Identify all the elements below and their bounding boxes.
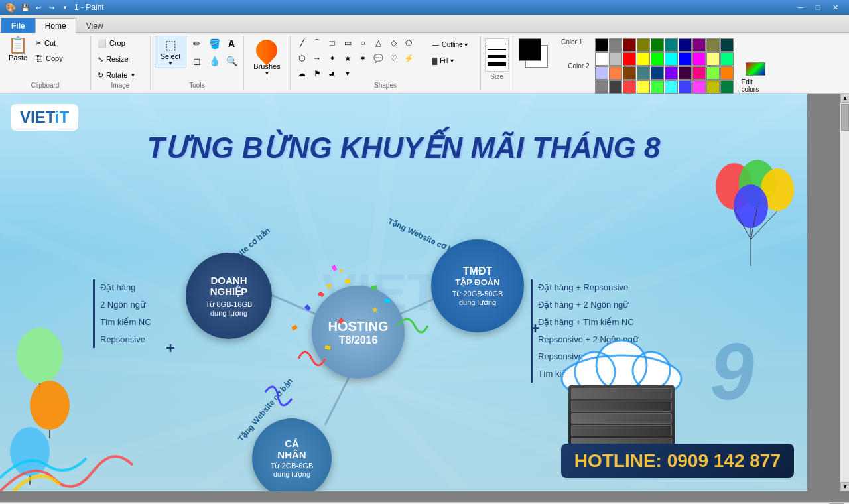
color-swatch[interactable] [623,80,636,94]
redo-quick-icon[interactable]: ↪ [46,2,57,13]
color-swatch[interactable] [637,38,650,52]
size-selector[interactable] [485,38,509,72]
color1-box[interactable] [519,38,541,61]
color-swatch[interactable] [637,52,650,66]
color-swatch[interactable] [720,66,734,80]
scroll-up-button[interactable]: ▲ [840,94,849,103]
color-swatch[interactable] [609,52,622,66]
star4-tool[interactable]: ✦ [325,51,340,66]
select-button[interactable]: ⬚ Select ▼ [155,36,186,68]
color-swatch[interactable] [651,38,664,52]
color-swatch[interactable] [595,80,608,94]
lightning-tool[interactable]: ⚡ [401,51,416,66]
resize-button[interactable]: ⤡ Resize [95,52,131,66]
color-swatch[interactable] [706,80,720,94]
edit-colors-button[interactable]: Edit colors [739,61,772,94]
color-swatch[interactable] [609,80,622,94]
triangle-tool[interactable]: △ [371,36,385,50]
maximize-button[interactable]: □ [809,1,826,14]
undo-quick-icon[interactable]: ↩ [33,2,44,13]
curve-tool[interactable]: ⌒ [310,36,324,50]
magnifier-tool[interactable]: 🔍 [224,53,239,69]
cloud-shape-tool[interactable]: ☁ [294,66,309,81]
ribbon-shape-tool[interactable]: ⛸ [325,66,340,81]
brushes-button[interactable]: Brushes ▼ [248,37,285,79]
color-swatch[interactable] [665,66,678,80]
color-swatch[interactable] [706,38,720,52]
rounded-rect-tool[interactable]: ▭ [340,36,355,50]
dropdown-quick-icon[interactable]: ▼ [60,2,70,13]
color-swatch[interactable] [720,52,734,66]
color-swatch[interactable] [595,66,608,80]
save-quick-icon[interactable]: 💾 [20,2,31,13]
color-swatch[interactable] [706,52,720,66]
color-swatch[interactable] [595,52,608,66]
color-swatch[interactable] [720,38,734,52]
color-swatch[interactable] [637,80,650,94]
minimize-button[interactable]: ─ [792,1,809,14]
color-swatch[interactable] [623,66,636,80]
color-swatch[interactable] [679,38,692,52]
tab-home[interactable]: Home [35,18,76,33]
size-6px[interactable] [488,62,506,66]
vertical-scrollbar[interactable]: ▲ ▼ [840,94,849,491]
copy-button[interactable]: ⿻ Copy [33,51,86,66]
star6-tool[interactable]: ✶ [356,51,370,66]
more-shapes-btn[interactable]: ▼ [340,66,355,81]
color-swatch[interactable] [595,38,608,52]
fill-tool[interactable]: 🪣 [206,36,222,52]
color-swatch[interactable] [679,80,692,94]
color-swatch[interactable] [609,38,622,52]
color-swatch[interactable] [665,80,678,94]
color-swatch[interactable] [651,80,664,94]
pentagon-tool[interactable]: ⬠ [401,36,416,50]
rotate-button[interactable]: ↻ Rotate ▼ [95,68,138,82]
color-swatch[interactable] [665,38,678,52]
color-swatch[interactable] [679,66,692,80]
tab-file[interactable]: File [1,18,35,33]
shapes-group: ╱ ⌒ □ ▭ ○ △ ◇ ⬠ ⬡ → ✦ ★ ✶ 💬 [291,36,481,90]
flag-tool[interactable]: ⚑ [310,66,324,81]
size-1px[interactable] [488,44,506,44]
hexagon-tool[interactable]: ⬡ [294,51,309,66]
cut-button[interactable]: ✂ Cut [33,36,86,50]
heart-tool[interactable]: ♡ [386,51,401,66]
color-swatch[interactable] [665,52,678,66]
color-swatch[interactable] [651,52,664,66]
fill-button[interactable]: ▓ Fill ▾ [430,53,476,68]
ellipse-tool[interactable]: ○ [356,36,370,50]
size-4px[interactable] [488,55,506,58]
canvas-image[interactable]: VIETiT VIETiT TƯNG BỪNG KHUYẾN MÃI THÁNG… [0,94,807,491]
size-2px[interactable] [488,49,506,50]
color-swatch[interactable] [720,80,734,94]
outline-button[interactable]: — Outline ▾ [430,37,476,52]
color-swatch[interactable] [692,38,706,52]
star5-tool[interactable]: ★ [340,51,355,66]
color-swatch[interactable] [623,52,636,66]
callout-tool[interactable]: 💬 [371,51,385,66]
color-swatch[interactable] [623,38,636,52]
pencil-tool[interactable]: ✏ [189,36,205,52]
color-swatch[interactable] [692,80,706,94]
color-swatch[interactable] [692,52,706,66]
diamond-tool[interactable]: ◇ [386,36,401,50]
crop-button[interactable]: ⬜ Crop [95,36,128,50]
scroll-thumb[interactable] [841,104,849,131]
close-button[interactable]: ✕ [826,1,844,14]
scroll-track[interactable] [840,103,849,482]
color-swatch[interactable] [692,66,706,80]
color-swatch[interactable] [609,66,622,80]
arrow-tool[interactable]: → [310,51,324,66]
rect-tool[interactable]: □ [325,36,340,50]
color-swatch[interactable] [679,52,692,66]
eraser-tool[interactable]: ◻ [189,53,205,69]
line-tool[interactable]: ╱ [294,36,309,50]
color-swatch[interactable] [706,66,720,80]
tab-view[interactable]: View [76,18,113,33]
color-picker-tool[interactable]: 💧 [206,53,222,69]
text-tool[interactable]: A [224,36,239,52]
paste-button[interactable]: 📋 Paste [4,36,32,63]
color-swatch[interactable] [651,66,664,80]
color-swatch[interactable] [637,66,650,80]
scroll-down-button[interactable]: ▼ [840,482,849,491]
